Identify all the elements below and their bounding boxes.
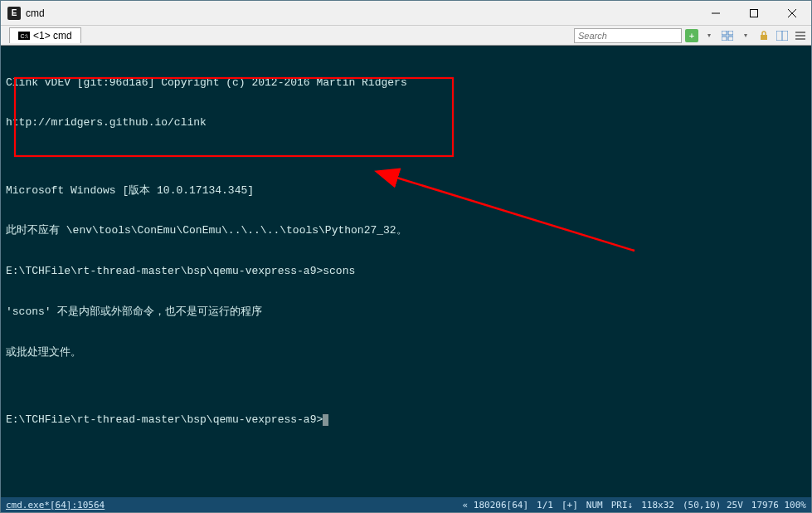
tab-label: <1> cmd bbox=[33, 30, 72, 42]
status-pos: 1/1 bbox=[537, 500, 553, 511]
svg-rect-4 bbox=[722, 31, 727, 35]
add-tab-button[interactable]: + bbox=[685, 29, 698, 42]
minimize-button[interactable] bbox=[697, 1, 735, 26]
lock-icon[interactable] bbox=[756, 28, 771, 43]
status-build: « 180206[64] bbox=[463, 500, 528, 511]
status-pri: PRI↓ bbox=[611, 500, 634, 511]
prompt-text: E:\TCHFile\rt-thread-master\bsp\qemu-vex… bbox=[6, 413, 323, 426]
statusbar: cmd.exe*[64]:10564 « 180206[64] 1/1 [+] … bbox=[1, 497, 811, 512]
terminal-line: 'scons' 不是内部或外部命令，也不是可运行的程序 bbox=[6, 305, 806, 319]
terminal-prompt-line: E:\TCHFile\rt-thread-master\bsp\qemu-vex… bbox=[6, 413, 806, 427]
status-mem: 17976 100% bbox=[751, 500, 806, 511]
toolbar-right: + ▾ ▾ bbox=[574, 28, 808, 43]
window-title: cmd bbox=[26, 7, 45, 19]
toolbar: C:\ <1> cmd + ▾ ▾ bbox=[1, 26, 811, 46]
titlebar[interactable]: E cmd bbox=[1, 1, 811, 26]
window-frame: E cmd C:\ <1> cmd + ▾ bbox=[0, 0, 812, 513]
windows-dropdown-icon[interactable]: ▾ bbox=[738, 28, 753, 43]
terminal-line: 此时不应有 \env\tools\ConEmu\ConEmu\..\..\..\… bbox=[6, 224, 806, 237]
console-icon: C:\ bbox=[18, 32, 30, 40]
search-input[interactable] bbox=[574, 28, 682, 43]
menu-icon[interactable] bbox=[793, 28, 808, 43]
layout-icon[interactable] bbox=[775, 28, 790, 43]
terminal-area[interactable]: Clink vDEV [git:96d1a6] Copyright (c) 20… bbox=[1, 46, 811, 497]
maximize-button[interactable] bbox=[735, 1, 773, 26]
terminal-line: Microsoft Windows [版本 10.0.17134.345] bbox=[6, 184, 806, 198]
status-caps: [+] bbox=[562, 500, 578, 511]
tab-cmd[interactable]: C:\ <1> cmd bbox=[9, 27, 81, 43]
terminal-line: E:\TCHFile\rt-thread-master\bsp\qemu-vex… bbox=[6, 265, 806, 278]
tabs-area: C:\ <1> cmd bbox=[9, 27, 81, 43]
add-dropdown-icon[interactable]: ▾ bbox=[702, 28, 717, 43]
statusbar-left: cmd.exe*[64]:10564 bbox=[6, 500, 105, 511]
app-icon: E bbox=[7, 7, 21, 20]
status-size: 118x32 bbox=[641, 500, 674, 511]
svg-rect-5 bbox=[728, 31, 733, 35]
close-button[interactable] bbox=[773, 1, 811, 26]
terminal-line: Clink vDEV [git:96d1a6] Copyright (c) 20… bbox=[6, 76, 806, 90]
svg-rect-6 bbox=[722, 37, 727, 41]
terminal-line: 或批处理文件。 bbox=[6, 346, 806, 359]
statusbar-right: « 180206[64] 1/1 [+] NUM PRI↓ 118x32 (50… bbox=[463, 500, 806, 511]
svg-rect-7 bbox=[728, 37, 733, 41]
cursor-icon bbox=[323, 414, 328, 426]
status-num: NUM bbox=[586, 500, 603, 511]
status-process[interactable]: cmd.exe*[64]:10564 bbox=[6, 500, 105, 511]
window-controls bbox=[697, 1, 811, 26]
svg-rect-8 bbox=[761, 35, 767, 40]
status-cursor: (50,10) 25V bbox=[683, 500, 743, 511]
windows-list-icon[interactable] bbox=[720, 28, 735, 43]
titlebar-left: E cmd bbox=[1, 7, 45, 20]
terminal-line: http://mridgers.github.io/clink bbox=[6, 116, 806, 129]
svg-rect-1 bbox=[751, 9, 758, 17]
